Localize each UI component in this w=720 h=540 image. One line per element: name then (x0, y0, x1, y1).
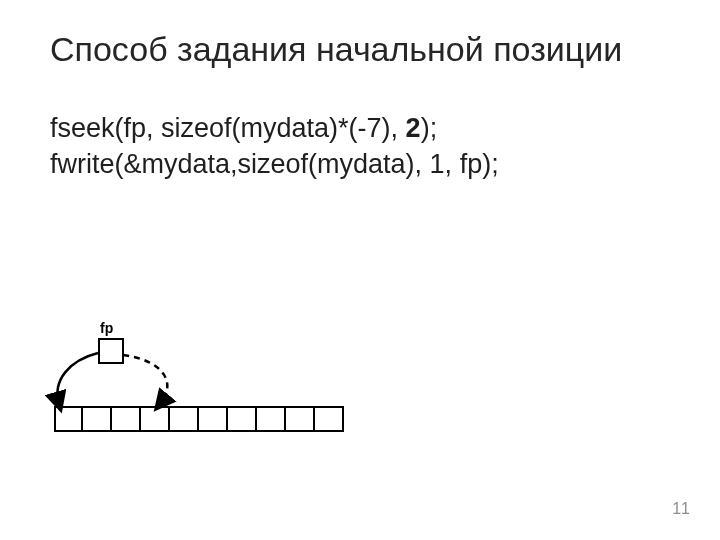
cell (83, 406, 112, 432)
cell (228, 406, 257, 432)
code-line-1a: fseek(fp, sizeof(mydata)*(-7), (50, 113, 406, 143)
page-number: 11 (672, 500, 690, 518)
cell (54, 406, 83, 432)
code-line-1-bold: 2 (406, 113, 421, 143)
file-diagram: fp (50, 320, 350, 470)
code-block: fseek(fp, sizeof(mydata)*(-7), 2); fwrit… (50, 110, 680, 183)
cell (141, 406, 170, 432)
cell (112, 406, 141, 432)
code-line-1: fseek(fp, sizeof(mydata)*(-7), 2); (50, 110, 680, 146)
code-line-1c: ); (421, 113, 438, 143)
slide-title: Cпособ задания начальной позиции (50, 30, 680, 69)
cell (257, 406, 286, 432)
cell (170, 406, 199, 432)
cells-row (54, 406, 344, 432)
code-line-2: fwrite(&mydata,sizeof(mydata), 1, fp); (50, 146, 680, 182)
cell (199, 406, 228, 432)
diagram-arrows (50, 320, 350, 470)
cell (315, 406, 344, 432)
cell (286, 406, 315, 432)
